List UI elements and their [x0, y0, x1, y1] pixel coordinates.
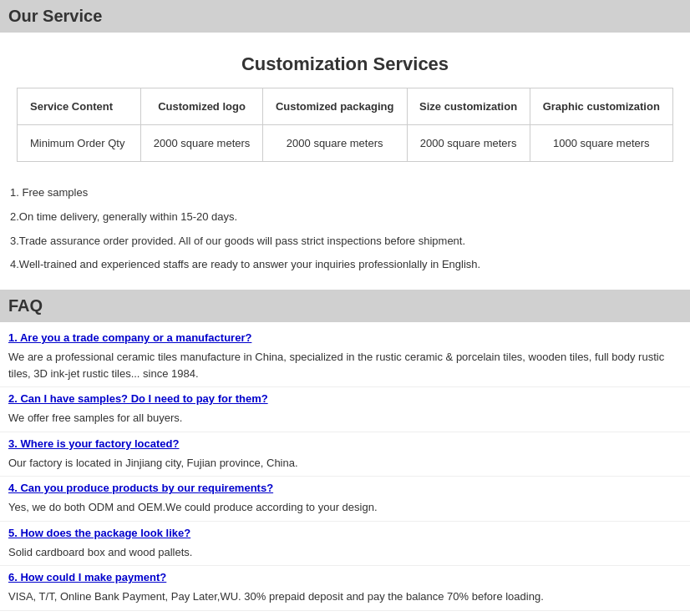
feature-item-1: 1. Free samples: [8, 181, 682, 205]
feature-item-3: 3.Trade assurance order provided. All of…: [8, 230, 682, 254]
faq-item-1: 1. Are you a trade company or a manufact…: [0, 326, 690, 387]
faq-question-3: 3. Where is your factory located?: [0, 432, 690, 452]
faq-question-1: 1. Are you a trade company or a manufact…: [0, 326, 690, 346]
customization-section: Customization Services Service Content C…: [0, 33, 690, 174]
col-header-graphic: Graphic customization: [530, 88, 672, 125]
faq-item-3: 3. Where is your factory located? Our fa…: [0, 432, 690, 477]
features-section: 1. Free samples 2.On time delivery, gene…: [0, 174, 690, 290]
faq-question-4: 4. Can you produce products by our requi…: [0, 477, 690, 497]
faq-header: FAQ: [0, 290, 690, 322]
table-row: Minimum Order Qty 2000 square meters 200…: [18, 125, 673, 162]
feature-item-2: 2.On time delivery, generally within 15-…: [8, 205, 682, 230]
row-graphic-qty: 1000 square meters: [530, 125, 672, 162]
faq-item-2: 2. Can I have samples? Do I need to pay …: [0, 387, 690, 432]
faq-question-6: 6. How could I make payment?: [0, 566, 690, 586]
faq-answer-1: We are a professional ceramic tiles manu…: [0, 346, 690, 386]
col-header-packaging: Customized packaging: [262, 88, 407, 125]
faq-question-5: 5. How does the package look like?: [0, 522, 690, 542]
faq-section: 1. Are you a trade company or a manufact…: [0, 322, 690, 615]
faq-item-6: 6. How could I make payment? VISA, T/T, …: [0, 566, 690, 611]
faq-question-2: 2. Can I have samples? Do I need to pay …: [0, 387, 690, 407]
faq-answer-6: VISA, T/T, Online Bank Payment, Pay Late…: [0, 586, 690, 610]
customization-title: Customization Services: [17, 41, 673, 88]
row-size-qty: 2000 square meters: [407, 125, 530, 162]
col-header-size: Size customization: [407, 88, 530, 125]
faq-answer-4: Yes, we do both ODM and OEM.We could pro…: [0, 497, 690, 521]
faq-item-5: 5. How does the package look like? Solid…: [0, 522, 690, 567]
row-packaging-qty: 2000 square meters: [262, 125, 407, 162]
faq-item-4: 4. Can you produce products by our requi…: [0, 477, 690, 522]
row-logo-qty: 2000 square meters: [141, 125, 262, 162]
our-service-header: Our Service: [0, 0, 690, 33]
faq-answer-2: We offer free samples for all buyers.: [0, 407, 690, 432]
row-label: Minimum Order Qty: [18, 125, 141, 162]
col-header-logo: Customized logo: [141, 88, 262, 125]
faq-answer-5: Solid cardboard box and wood pallets.: [0, 542, 690, 566]
service-table: Service Content Customized logo Customiz…: [17, 88, 673, 162]
col-header-service: Service Content: [18, 88, 141, 125]
table-header-row: Service Content Customized logo Customiz…: [18, 88, 673, 125]
faq-answer-3: Our factory is located in Jinjiang city,…: [0, 452, 690, 477]
feature-item-4: 4.Well-trained and experienced staffs ar…: [8, 253, 682, 277]
